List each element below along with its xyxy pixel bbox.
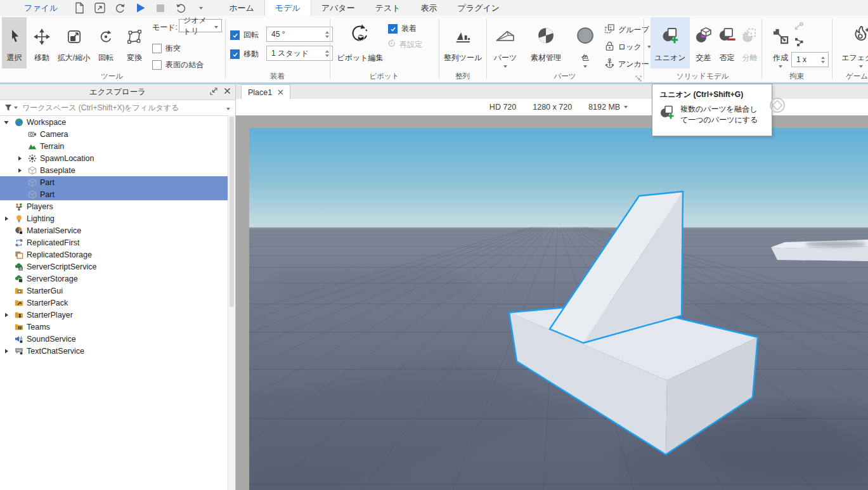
menu-tab-モデル[interactable]: モデル [264,0,311,16]
constraint-scale-input[interactable]: 1 x [791,52,829,67]
expand-arrow-icon[interactable] [3,215,10,221]
dock-panel-icon[interactable] [209,87,218,98]
menu-tab-アバター[interactable]: アバター [311,0,365,16]
explorer-header[interactable]: エクスプローラ [0,84,235,100]
scrollbar-thumb[interactable] [230,117,234,307]
transform-tool-button[interactable]: 変換 [120,17,148,68]
join-surfaces-checkbox[interactable]: 表面の結合 [152,60,204,70]
parts-dropdown-caret[interactable] [503,65,507,68]
tree-item-replicatedstorage[interactable]: ReplicatedStorage [0,248,229,261]
tree-item-starterplayer[interactable]: StarterPlayer [0,309,229,321]
expand-arrow-icon[interactable] [3,347,10,354]
edit-pivot-button[interactable]: ピボット編集 [334,17,387,68]
tree-item-soundservice[interactable]: SoundService [0,333,229,345]
collapse-arrow-icon[interactable] [3,119,10,125]
tree-item-camera[interactable]: Camera [0,128,229,140]
snap-rotate-checkbox[interactable]: 回転 [230,30,259,41]
negate-button[interactable]: 否定 [715,17,739,68]
menu-tab-表示[interactable]: 表示 [411,0,448,16]
attachments-toggle-icon[interactable] [794,37,805,50]
move-snap-spinner[interactable] [322,50,332,57]
effects-dropdown-caret[interactable] [859,65,863,68]
create-constraint-button[interactable]: 作成 [767,17,794,77]
tree-item-starterpack[interactable]: StarterPack [0,297,229,309]
material-manager-button[interactable]: 素材管理 [524,17,568,68]
menu-tab-プラグイン[interactable]: プラグイン [448,0,510,16]
anchor-icon [604,58,615,70]
tree-item-label: Terrain [40,142,64,151]
close-panel-icon[interactable] [223,87,231,98]
expand-arrow-icon[interactable] [16,155,23,161]
explorer-filter[interactable]: ワークスペース (Ctrl+Shift+X)をフィルタする [0,100,235,116]
stop-button[interactable] [154,2,167,15]
tree-item-replicatedfirst[interactable]: ReplicatedFirst [0,236,229,248]
separate-button[interactable]: 分離 [738,17,761,68]
scale-tool-button[interactable]: 拡大/縮小 [57,17,91,68]
rotate-snap-spinner[interactable] [322,31,332,38]
select-tool-button[interactable]: 選択 [2,17,27,68]
tree-item-spawnlocation[interactable]: SpawnLocation [0,152,229,164]
move-tool-button[interactable]: 移動 [29,17,55,68]
tree-item-textchatservice[interactable]: TextChatService [0,345,229,357]
effects-button[interactable]: エフェクト [836,17,868,77]
transform-icon [126,17,143,45]
3d-viewport[interactable] [249,128,868,490]
tree-item-teams[interactable]: Teams [0,321,229,333]
menu-tab-テスト[interactable]: テスト [365,0,411,16]
snap-move-checkbox[interactable]: 移動 [230,49,259,60]
rotate-snap-input[interactable]: 45 ° [266,27,333,42]
anchor-button[interactable]: アンカー [604,58,649,70]
color-dropdown-caret[interactable] [583,65,587,68]
distant-part[interactable] [771,240,868,261]
rotate-tool-button[interactable]: 回転 [93,17,119,68]
color-button[interactable]: 色 [571,17,600,77]
tab-close-icon[interactable] [278,88,283,97]
rotate-icon [98,17,114,45]
align-tool-button[interactable]: 整列ツール [442,17,484,68]
intersect-button[interactable]: 交差 [692,17,715,68]
open-insert-icon[interactable] [93,2,106,15]
undo-icon[interactable] [174,2,187,15]
expand-arrow-icon[interactable] [16,167,23,173]
memory-dropdown[interactable]: 8192 MB [588,103,628,112]
new-file-icon[interactable] [73,2,86,15]
explorer-scrollbar[interactable] [228,115,235,490]
constraint-details-toggle-icon[interactable] [794,21,805,34]
constraints-section-label: 拘束 [761,72,832,82]
parts-button[interactable]: パーツ [489,17,521,77]
undo-history-dropdown-icon[interactable] [195,2,207,15]
union-button[interactable]: ユニオン [651,17,690,68]
tree-item-serverstorage[interactable]: ServerStorage [0,273,229,285]
tree-item-part-selected[interactable]: Part [0,176,229,188]
group-icon [604,23,615,36]
tree-item-startergui[interactable]: StarterGui [0,285,229,297]
constraint-scale-spinner[interactable] [818,56,828,63]
tree-item-lighting[interactable]: Lighting [0,212,229,224]
pivot-snap-checkbox[interactable]: 装着 [388,23,417,34]
create-constraint-dropdown-caret[interactable] [779,65,782,68]
tab-place1[interactable]: Place1 [241,84,290,100]
tree-item-terrain[interactable]: Terrain [0,140,229,152]
ribbon-separator [439,19,439,79]
tree-item-players[interactable]: Players [0,200,229,212]
create-constraint-icon [772,17,789,45]
tree-item-label: ServerScriptService [27,262,96,271]
tree-item-workspace[interactable]: Workspace [0,116,229,128]
redo-icon[interactable] [113,2,126,15]
pivot-reset-button[interactable]: 再設定 [387,39,422,50]
mode-dropdown[interactable]: ジオメトリ [179,19,222,32]
serverstorage-icon [15,274,23,283]
tree-item-part-selected[interactable]: Part [0,188,229,200]
tree-item-serverscriptservice[interactable]: ServerScriptService [0,261,229,273]
play-button[interactable] [134,2,146,15]
filter-history-caret[interactable] [226,103,235,112]
move-snap-input[interactable]: 1 スタッド [266,46,333,61]
collisions-checkbox[interactable]: 衝突 [152,43,181,54]
filter-funnel-icon[interactable] [0,104,22,112]
negate-icon [718,17,737,45]
tree-item-materialservice[interactable]: MaterialService [0,224,229,236]
tree-item-baseplate[interactable]: Baseplate [0,164,229,176]
menu-tab-ホーム[interactable]: ホーム [219,0,264,16]
expand-arrow-icon[interactable] [3,311,10,318]
file-menu[interactable]: ファイル [0,3,69,14]
